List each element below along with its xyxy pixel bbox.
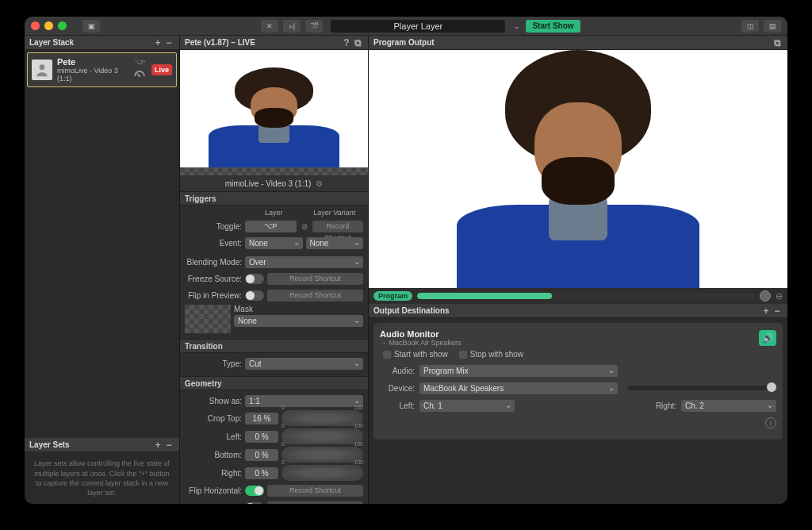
flip-preview-toggle[interactable] (245, 290, 264, 301)
toolbar-cancel-button[interactable]: ✕ (261, 20, 278, 33)
crop-bottom-field[interactable]: 0 % (245, 449, 278, 461)
device-volume-slider[interactable] (627, 386, 776, 390)
flip-v-toggle[interactable] (245, 502, 264, 504)
toolbar-window-a-button[interactable]: ◫ (741, 20, 759, 33)
left-channel-label: Left: (380, 401, 415, 410)
event-dropdown[interactable]: None (245, 237, 303, 249)
layer-sets-hint: Layer sets allow controlling the live st… (25, 452, 179, 504)
audio-monitor-card: Audio Monitor → MacBook Air Speakers 🔊 S… (373, 323, 783, 440)
traffic-lights (31, 21, 67, 30)
toolbar-skip-button[interactable]: ▹| (283, 20, 301, 33)
app-window: ▣ ✕ ▹| 🎬 Player Layer ⌄ Start Show ◫ ▤ L… (25, 17, 787, 504)
document-title-field[interactable]: Player Layer (331, 20, 505, 33)
crop-right-dial[interactable] (282, 465, 363, 481)
flip-v-shortcut[interactable]: Record Shortcut (267, 501, 363, 504)
variant-toggle-shortcut[interactable]: Record Shortcut (312, 221, 364, 232)
layer-item-shortcut: ⌥P (134, 59, 145, 66)
layer-preview (180, 50, 368, 167)
audio-monitor-title: Audio Monitor (380, 329, 462, 339)
layer-item-source: mimoLive - Video 3 (1:1) (57, 67, 128, 83)
right-column: Program Output ⧉ Program ⊖ Output Destin… (369, 36, 787, 504)
program-output-header: Program Output ⧉ (369, 36, 787, 50)
layer-item-name: Pete (57, 57, 128, 67)
destinations-remove-button[interactable]: − (772, 306, 783, 316)
output-destinations-title: Output Destinations (373, 306, 450, 315)
start-show-button[interactable]: Start Show (526, 20, 580, 33)
audio-level-meter (417, 293, 755, 299)
layer-sets-header: Layer Sets + − (25, 438, 179, 452)
audio-mix-dropdown[interactable]: Program Mix (419, 365, 618, 377)
close-window-button[interactable] (31, 21, 40, 30)
toolbar-window-b-button[interactable]: ▤ (764, 20, 781, 33)
toggle-label: Toggle: (185, 222, 242, 231)
variant-event-dropdown[interactable]: None (306, 237, 364, 249)
geometry-header: Geometry (180, 376, 368, 390)
col-variant: Layer Variant (306, 209, 364, 217)
crop-top-label: Crop Top: (185, 414, 242, 423)
left-channel-dropdown[interactable]: Ch. 1 (419, 400, 515, 412)
main-area: Layer Stack + − Pete mimoLive - Video 3 … (25, 36, 787, 504)
triggers-header: Triggers (180, 191, 368, 205)
popout-icon[interactable]: ⧉ (352, 38, 363, 48)
flip-h-shortcut[interactable]: Record Shortcut (267, 485, 363, 497)
clear-shortcut-icon[interactable]: ⊘ (300, 222, 309, 231)
transition-header: Transition (180, 339, 368, 353)
toggle-shortcut-field[interactable]: ⌥P (245, 221, 297, 232)
col-layer: Layer (245, 209, 303, 217)
source-settings-icon[interactable]: ⚙ (316, 179, 323, 188)
crop-right-field[interactable]: 0 % (245, 467, 278, 479)
meter-minus-icon[interactable]: ⊖ (776, 291, 783, 301)
title-dropdown-icon[interactable]: ⌄ (513, 20, 521, 33)
toolbar-layout-button[interactable]: ▣ (82, 20, 100, 33)
flip-v-label: Flip Vertical: (185, 503, 242, 504)
program-popout-icon[interactable]: ⧉ (772, 38, 783, 48)
blending-dropdown[interactable]: Over (245, 256, 363, 268)
layer-stack-remove-button[interactable]: − (163, 38, 174, 48)
right-channel-dropdown[interactable]: Ch. 2 (681, 400, 776, 412)
flip-preview-label: Flip in Preview: (185, 291, 242, 300)
audio-monitor-sub: → MacBook Air Speakers (380, 339, 462, 347)
program-meter-tag: Program (373, 291, 412, 301)
transition-type-label: Type: (185, 359, 242, 368)
stop-with-show-checkbox[interactable]: Stop with show (459, 350, 523, 359)
device-dropdown[interactable]: MacBook Air Speakers (419, 382, 618, 394)
layer-sets-add-button[interactable]: + (152, 440, 163, 450)
speaker-button[interactable]: 🔊 (759, 330, 776, 346)
crop-right-label: Right: (185, 469, 242, 478)
toolbar-slate-button[interactable]: 🎬 (305, 20, 323, 33)
zoom-window-button[interactable] (58, 21, 67, 30)
program-output-view (369, 50, 787, 288)
source-label-row: mimoLive - Video 3 (1:1) ⚙ (180, 175, 368, 191)
destinations-add-button[interactable]: + (760, 306, 772, 316)
flip-h-toggle[interactable] (245, 486, 264, 496)
source-name: mimoLive - Video 3 (1:1) (225, 179, 312, 188)
layer-stack-item[interactable]: Pete mimoLive - Video 3 (1:1) ⌥P Live (27, 52, 177, 87)
event-label: Event: (185, 239, 242, 248)
volume-knob[interactable] (760, 290, 771, 301)
right-channel-label: Right: (656, 401, 676, 410)
flip-preview-shortcut[interactable]: Record Shortcut (267, 290, 363, 301)
mask-label: Mask (234, 305, 363, 313)
minimize-window-button[interactable] (44, 21, 53, 30)
audio-label: Audio: (380, 367, 415, 375)
transition-type-dropdown[interactable]: Cut (245, 358, 363, 370)
mask-dropdown[interactable]: None (234, 315, 363, 327)
start-with-show-checkbox[interactable]: Start with show (383, 350, 448, 359)
info-icon[interactable]: i (765, 417, 776, 428)
crop-top-field[interactable]: 16 % (245, 413, 278, 424)
layer-stack-add-button[interactable]: + (152, 38, 163, 48)
crop-left-label: Left: (185, 432, 242, 441)
device-label: Device: (380, 384, 415, 393)
live-badge[interactable]: Live (151, 64, 172, 75)
help-icon[interactable]: ? (341, 38, 352, 48)
freeze-toggle[interactable] (245, 274, 264, 284)
crop-left-field[interactable]: 0 % (245, 431, 278, 443)
transparency-strip (180, 167, 368, 175)
mask-thumbnail[interactable] (185, 305, 231, 333)
freeze-shortcut[interactable]: Record Shortcut (267, 273, 363, 285)
inspector-title: Pete (v1.87) – LIVE (185, 38, 255, 47)
titlebar: ▣ ✕ ▹| 🎬 Player Layer ⌄ Start Show ◫ ▤ (25, 17, 787, 36)
left-column: Layer Stack + − Pete mimoLive - Video 3 … (25, 36, 180, 504)
layer-sets-title: Layer Sets (29, 440, 70, 449)
layer-sets-remove-button[interactable]: − (163, 440, 174, 450)
